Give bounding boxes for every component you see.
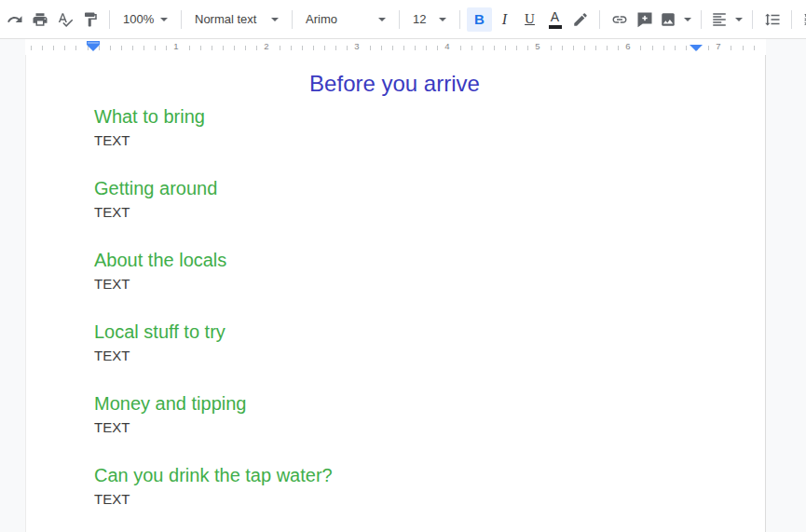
section-body[interactable]: TEXT — [94, 131, 695, 150]
left-indent-marker[interactable] — [87, 41, 100, 51]
ruler-number: 1 — [171, 40, 181, 53]
section-heading[interactable]: What to bring — [94, 104, 695, 129]
underline-label: U — [525, 11, 535, 27]
paragraph-style-value: Normal text — [195, 12, 256, 26]
ruler-number: 7 — [713, 40, 723, 53]
paint-format-button[interactable] — [77, 7, 102, 32]
toolbar-separator — [791, 10, 792, 29]
dropdown-caret-icon — [735, 18, 743, 21]
docs-app: 100% Normal text Arimo 12 B I U — [0, 0, 806, 532]
dropdown-caret-icon — [439, 18, 446, 21]
insert-link-button[interactable] — [607, 7, 632, 32]
numbered-list-button[interactable] — [799, 7, 806, 32]
doc-section: Getting around TEXT — [94, 176, 695, 222]
highlight-icon — [572, 11, 589, 28]
bold-label: B — [474, 11, 485, 27]
dropdown-caret-icon — [160, 18, 168, 21]
doc-section: About the locals TEXT — [94, 248, 695, 293]
ruler-number: 6 — [622, 40, 633, 53]
bold-button[interactable]: B — [467, 7, 492, 32]
highlight-button[interactable] — [567, 7, 593, 32]
spellcheck-button[interactable] — [52, 7, 77, 32]
toolbar-separator — [181, 10, 182, 29]
link-icon — [611, 11, 628, 28]
section-heading[interactable]: About the locals — [94, 248, 695, 272]
zoom-value: 100% — [123, 12, 154, 26]
document-area: Before you arrive What to bring TEXT Get… — [0, 55, 806, 532]
section-body[interactable]: TEXT — [94, 203, 695, 222]
font-family-value: Arimo — [306, 12, 337, 26]
ruler-left-cap — [0, 39, 25, 55]
add-comment-icon — [636, 11, 653, 28]
toolbar-separator — [752, 10, 753, 29]
align-button[interactable] — [708, 7, 745, 32]
toolbar-separator — [399, 10, 400, 29]
paint-format-icon — [82, 11, 99, 28]
doc-title[interactable]: Before you arrive — [94, 69, 695, 98]
document-page[interactable]: Before you arrive What to bring TEXT Get… — [25, 55, 766, 532]
ruler-number: 2 — [261, 40, 271, 53]
toolbar-separator — [292, 10, 293, 29]
doc-section: Local stuff to try TEXT — [94, 320, 695, 365]
section-body[interactable]: TEXT — [94, 418, 695, 437]
italic-label: I — [502, 11, 507, 28]
align-icon — [711, 11, 728, 28]
font-size-value: 12 — [413, 12, 426, 26]
dropdown-caret-icon — [271, 18, 279, 21]
redo-button[interactable] — [2, 7, 27, 32]
toolbar-separator — [599, 10, 600, 29]
ruler-ticks — [31, 46, 761, 50]
insert-image-icon — [660, 11, 676, 28]
spellcheck-icon — [57, 11, 74, 28]
toolbar-separator — [701, 10, 702, 29]
print-button[interactable] — [27, 7, 52, 32]
toolbar-separator — [459, 10, 460, 29]
text-color-swatch — [549, 25, 562, 29]
line-spacing-button[interactable] — [759, 7, 785, 32]
section-body[interactable]: TEXT — [94, 347, 695, 365]
text-color-button[interactable]: A — [542, 7, 567, 32]
dropdown-caret-icon — [684, 18, 691, 21]
right-indent-marker[interactable] — [690, 45, 703, 51]
ruler-number: 3 — [351, 40, 362, 53]
line-spacing-icon — [764, 11, 781, 28]
font-family-select[interactable]: Arimo — [299, 7, 392, 32]
zoom-select[interactable]: 100% — [116, 7, 174, 32]
section-heading[interactable]: Can you drink the tap water? — [94, 463, 695, 487]
ruler-number: 4 — [442, 40, 452, 53]
doc-section: Money and tipping TEXT — [94, 391, 695, 437]
add-comment-button[interactable] — [632, 7, 657, 32]
insert-image-button[interactable] — [657, 7, 694, 32]
toolbar-separator — [109, 10, 110, 29]
paragraph-style-select[interactable]: Normal text — [188, 7, 285, 32]
ruler: 1 2 3 4 5 6 7 — [0, 39, 806, 55]
section-body[interactable]: TEXT — [94, 275, 695, 293]
redo-icon — [7, 11, 23, 28]
text-color-icon: A — [549, 10, 562, 29]
section-heading[interactable]: Getting around — [94, 176, 695, 200]
numbered-list-icon — [803, 11, 806, 28]
ruler-number: 5 — [532, 40, 542, 53]
underline-button[interactable]: U — [517, 7, 542, 32]
doc-section: What to bring TEXT — [94, 104, 695, 150]
ruler-right-cap — [766, 39, 806, 55]
left-indent-triangle-icon[interactable] — [87, 45, 100, 51]
font-size-select[interactable]: 12 — [406, 7, 453, 32]
text-color-label: A — [551, 10, 559, 24]
toolbar: 100% Normal text Arimo 12 B I U — [0, 0, 806, 39]
italic-button[interactable]: I — [492, 7, 517, 32]
section-heading[interactable]: Local stuff to try — [94, 320, 695, 344]
print-icon — [32, 11, 48, 28]
dropdown-caret-icon — [378, 18, 386, 21]
section-heading[interactable]: Money and tipping — [94, 391, 695, 416]
doc-section: Can you drink the tap water? TEXT — [94, 463, 695, 509]
section-body[interactable]: TEXT — [94, 490, 695, 509]
